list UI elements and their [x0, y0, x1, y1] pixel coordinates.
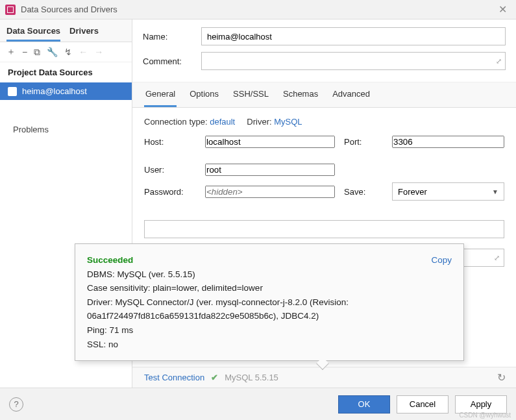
problems-section[interactable]: Problems — [0, 119, 132, 140]
comment-label: Comment: — [143, 56, 195, 66]
port-input[interactable] — [392, 136, 504, 148]
form-top: Name: Comment: ⤢ — [132, 19, 516, 82]
comment-input[interactable] — [201, 52, 506, 70]
remove-icon[interactable]: − — [22, 47, 27, 57]
driver-label: Driver: — [247, 117, 271, 127]
popup-line: Ping: 71 ms — [87, 323, 452, 338]
connection-line: Connection type: default Driver: MySQL — [144, 117, 504, 127]
host-input[interactable] — [205, 136, 335, 148]
sidebar-item-heima[interactable]: heima@localhost — [0, 82, 132, 100]
revert-icon[interactable]: ↻ — [497, 371, 506, 384]
copy-icon[interactable]: ⧉ — [34, 47, 40, 58]
popup-line: Case sensitivity: plain=lower, delimited… — [87, 281, 452, 295]
password-label: Password: — [144, 187, 196, 197]
test-result-popup: Succeeded Copy DBMS: MySQL (ver. 5.5.15)… — [75, 243, 464, 361]
test-row: Test Connection ✔ MySQL 5.5.15 ↻ — [132, 367, 516, 388]
copy-link[interactable]: Copy — [431, 253, 452, 267]
tab-drivers[interactable]: Drivers — [69, 23, 99, 42]
wrench-icon[interactable]: 🔧 — [47, 47, 58, 57]
expand-icon[interactable]: ⤢ — [494, 254, 500, 262]
apply-button[interactable]: Apply — [455, 395, 507, 414]
popup-line: Driver: MySQL Connector/J (ver. mysql-co… — [87, 295, 452, 323]
user-input[interactable] — [205, 164, 335, 176]
tab-data-sources[interactable]: Data Sources — [6, 23, 60, 42]
name-label: Name: — [143, 32, 195, 42]
connection-type-label: Connection type: — [144, 117, 208, 127]
subtab-options[interactable]: Options — [188, 82, 220, 107]
popup-line: SSL: no — [87, 338, 452, 352]
host-label: Host: — [144, 137, 196, 147]
save-select[interactable]: Forever ▼ — [392, 182, 504, 201]
section-project-data-sources: Project Data Sources — [0, 62, 132, 82]
subtab-schemas[interactable]: Schemas — [282, 82, 319, 107]
footer: ? OK Cancel Apply — [0, 388, 516, 420]
back-icon[interactable]: ← — [79, 47, 88, 57]
subtab-advanced[interactable]: Advanced — [331, 82, 371, 107]
diagnose-icon[interactable]: ↯ — [64, 47, 72, 57]
help-icon[interactable]: ? — [9, 397, 23, 412]
window-title: Data Sources and Drivers — [21, 5, 495, 14]
watermark: CSDN @wyhwust — [459, 412, 511, 419]
ok-button[interactable]: OK — [338, 395, 390, 414]
driver-link[interactable]: MySQL — [274, 117, 302, 127]
name-input[interactable] — [201, 27, 506, 45]
save-label: Save: — [344, 187, 383, 197]
titlebar: Data Sources and Drivers ✕ — [0, 0, 516, 19]
app-icon — [5, 5, 16, 15]
cancel-button[interactable]: Cancel — [397, 395, 448, 414]
user-label: User: — [144, 165, 196, 175]
test-connection-link[interactable]: Test Connection — [144, 373, 204, 382]
check-icon: ✔ — [211, 373, 218, 382]
chevron-down-icon: ▼ — [492, 188, 498, 195]
subtabs: General Options SSH/SSL Schemas Advanced — [132, 82, 516, 108]
db-version: MySQL 5.5.15 — [225, 373, 278, 382]
save-value: Forever — [398, 187, 427, 197]
popup-line: DBMS: MySQL (ver. 5.5.15) — [87, 267, 452, 282]
sidebar-toolbar: ＋ − ⧉ 🔧 ↯ ← → — [0, 42, 132, 62]
port-label: Port: — [344, 137, 383, 147]
password-input[interactable] — [205, 186, 335, 198]
subtab-ssh-ssl[interactable]: SSH/SSL — [232, 82, 270, 107]
add-icon[interactable]: ＋ — [6, 46, 16, 58]
database-input-partial[interactable] — [144, 220, 504, 238]
connection-type-link[interactable]: default — [210, 117, 235, 127]
subtab-general[interactable]: General — [144, 82, 177, 107]
sidebar-item-label: heima@localhost — [22, 86, 87, 96]
close-icon[interactable]: ✕ — [495, 3, 511, 16]
sidebar-tabs: Data Sources Drivers — [0, 19, 132, 42]
expand-icon[interactable]: ⤢ — [496, 57, 502, 66]
datasource-icon — [8, 87, 17, 96]
popup-title: Succeeded — [87, 253, 133, 267]
forward-icon[interactable]: → — [94, 47, 103, 57]
